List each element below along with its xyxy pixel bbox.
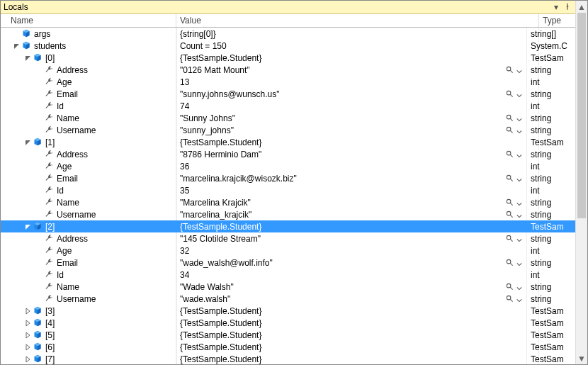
tree-row[interactable]: [2]{TestSample.Student}TestSam	[1, 220, 575, 232]
value-cell[interactable]: "0126 Matt Mount"	[176, 64, 527, 76]
value-cell[interactable]: "sunny.johns@wunsch.us"	[176, 88, 527, 100]
visualizer-dropdown-icon[interactable]	[516, 151, 524, 158]
tree-expander[interactable]	[23, 354, 33, 364]
value-cell[interactable]: 32	[176, 245, 527, 257]
tree-row[interactable]: Name"Marcelina Krajcik"string	[1, 196, 575, 208]
value-cell[interactable]: "sunny_johns"	[176, 124, 527, 136]
tree-row[interactable]: Id35int	[1, 184, 575, 196]
tree-row[interactable]: Username"wade.walsh"string	[1, 293, 575, 305]
value-cell[interactable]: "marcelina.krajcik@wisozk.biz"	[176, 172, 527, 184]
expander-placeholder	[35, 162, 45, 172]
tree-row[interactable]: [5]{TestSample.Student}TestSam	[1, 329, 575, 341]
value-cell[interactable]: 35	[176, 184, 527, 196]
tree-expander[interactable]	[23, 318, 33, 328]
value-cell[interactable]: "Marcelina Krajcik"	[176, 196, 527, 208]
tree-row[interactable]: Id74int	[1, 100, 575, 112]
value-cell[interactable]: 13	[176, 76, 527, 88]
value-cell[interactable]: 34	[176, 269, 527, 281]
tree-row[interactable]: Name"Sunny Johns"string	[1, 112, 575, 124]
tree-expander[interactable]	[23, 222, 33, 232]
tree-row[interactable]: Age36int	[1, 160, 575, 172]
value-cell[interactable]: "8786 Herminio Dam"	[176, 148, 527, 160]
visualizer-dropdown-icon[interactable]	[516, 175, 524, 182]
value-cell[interactable]: "Wade Walsh"	[176, 281, 527, 293]
tree-row[interactable]: [3]{TestSample.Student}TestSam	[1, 305, 575, 317]
scroll-thumb[interactable]	[577, 13, 586, 218]
value-cell[interactable]: "145 Clotilde Stream"	[176, 232, 527, 245]
tree-row[interactable]: Age32int	[1, 245, 575, 257]
magnifier-icon[interactable]	[506, 283, 514, 291]
tree-row[interactable]: [6]{TestSample.Student}TestSam	[1, 341, 575, 353]
tree-expander[interactable]	[12, 41, 22, 51]
value-cell[interactable]: 74	[176, 100, 527, 112]
value-cell[interactable]: {string[0]}	[176, 28, 527, 40]
scroll-track[interactable]	[576, 13, 587, 352]
value-cell[interactable]: "Sunny Johns"	[176, 112, 527, 124]
value-cell[interactable]: {TestSample.Student}	[176, 341, 527, 353]
tree-row[interactable]: Address"145 Clotilde Stream"string	[1, 232, 575, 245]
value-cell[interactable]: {TestSample.Student}	[176, 220, 527, 232]
tree-row[interactable]: Name"Wade Walsh"string	[1, 281, 575, 293]
tree-row[interactable]: Username"marcelina_krajcik"string	[1, 208, 575, 220]
magnifier-icon[interactable]	[506, 259, 514, 267]
value-cell[interactable]: "wade.walsh"	[176, 293, 527, 305]
visualizer-dropdown-icon[interactable]	[516, 235, 524, 242]
window-options-button[interactable]: ▾	[550, 2, 562, 12]
column-header-name[interactable]: Name	[1, 14, 176, 27]
type-cell: string	[527, 124, 575, 136]
value-cell[interactable]: {TestSample.Student}	[176, 52, 527, 64]
tree-expander[interactable]	[23, 137, 33, 147]
vertical-scrollbar[interactable]: ▲ ▼	[575, 1, 587, 364]
magnifier-icon[interactable]	[506, 235, 514, 243]
magnifier-icon[interactable]	[506, 114, 514, 123]
value-cell[interactable]: Count = 150	[176, 40, 527, 52]
visualizer-dropdown-icon[interactable]	[516, 91, 524, 98]
tree-row[interactable]: [1]{TestSample.Student}TestSam	[1, 136, 575, 148]
visualizer-dropdown-icon[interactable]	[516, 296, 524, 303]
magnifier-icon[interactable]	[506, 295, 514, 303]
value-cell[interactable]: {TestSample.Student}	[176, 136, 527, 148]
tree-row[interactable]: Age13int	[1, 76, 575, 88]
column-header-value[interactable]: Value	[176, 14, 539, 27]
tree-row[interactable]: [4]{TestSample.Student}TestSam	[1, 317, 575, 329]
value-cell[interactable]: "wade_walsh@wolf.info"	[176, 257, 527, 269]
tree-row[interactable]: Email"sunny.johns@wunsch.us"string	[1, 88, 575, 100]
pin-button[interactable]	[562, 2, 573, 12]
magnifier-icon[interactable]	[506, 198, 514, 207]
tree-expander[interactable]	[23, 53, 33, 63]
tree-row[interactable]: [7]{TestSample.Student}TestSam	[1, 353, 575, 364]
tree-expander[interactable]	[23, 330, 33, 340]
magnifier-icon[interactable]	[506, 126, 514, 135]
tree-row[interactable]: Address"8786 Herminio Dam"string	[1, 148, 575, 160]
value-cell[interactable]: 36	[176, 160, 527, 172]
scroll-up-button[interactable]: ▲	[576, 1, 587, 13]
value-cell[interactable]: "marcelina_krajcik"	[176, 208, 527, 220]
value-cell[interactable]: {TestSample.Student}	[176, 317, 527, 329]
tree-row[interactable]: studentsCount = 150System.C	[1, 40, 575, 52]
tree-row[interactable]: [0]{TestSample.Student}TestSam	[1, 52, 575, 64]
tree-row[interactable]: Id34int	[1, 269, 575, 281]
magnifier-icon[interactable]	[506, 66, 514, 74]
visualizer-dropdown-icon[interactable]	[516, 259, 524, 266]
value-cell[interactable]: {TestSample.Student}	[176, 329, 527, 341]
tree-row[interactable]: Email"marcelina.krajcik@wisozk.biz"strin…	[1, 172, 575, 184]
magnifier-icon[interactable]	[506, 150, 514, 159]
visualizer-dropdown-icon[interactable]	[516, 283, 524, 291]
visualizer-dropdown-icon[interactable]	[516, 67, 524, 74]
tree-row[interactable]: Username"sunny_johns"string	[1, 124, 575, 136]
visualizer-dropdown-icon[interactable]	[516, 199, 524, 206]
tree-row[interactable]: args{string[0]}string[]	[1, 28, 575, 40]
tree-expander[interactable]	[23, 306, 33, 316]
tree-row[interactable]: Email"wade_walsh@wolf.info"string	[1, 257, 575, 269]
tree-row[interactable]: Address"0126 Matt Mount"string	[1, 64, 575, 76]
magnifier-icon[interactable]	[506, 90, 514, 99]
visualizer-dropdown-icon[interactable]	[516, 127, 524, 134]
magnifier-icon[interactable]	[506, 210, 514, 219]
value-cell[interactable]: {TestSample.Student}	[176, 353, 527, 364]
value-cell[interactable]: {TestSample.Student}	[176, 305, 527, 317]
magnifier-icon[interactable]	[506, 174, 514, 183]
scroll-down-button[interactable]: ▼	[576, 352, 587, 364]
visualizer-dropdown-icon[interactable]	[516, 211, 524, 218]
tree-expander[interactable]	[23, 342, 33, 352]
visualizer-dropdown-icon[interactable]	[516, 115, 524, 122]
